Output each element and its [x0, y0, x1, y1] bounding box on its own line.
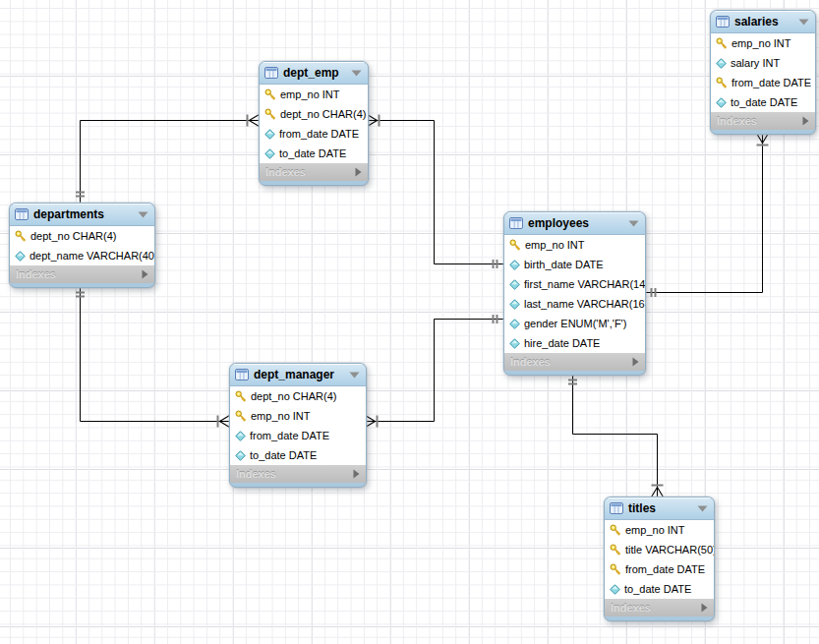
column-row[interactable]: salary INT	[711, 53, 815, 73]
table-icon	[509, 217, 523, 229]
column-row[interactable]: first_name VARCHAR(14)	[504, 274, 645, 294]
column-label: from_date DATE	[279, 128, 359, 140]
table-icon	[235, 369, 249, 381]
indexes-section[interactable]: Indexes	[504, 353, 645, 371]
column-diamond-icon	[509, 299, 520, 310]
column-row[interactable]: from_date DATE	[230, 426, 366, 445]
column-label: from_date DATE	[250, 430, 329, 441]
column-row[interactable]: from_date DATE	[711, 73, 815, 92]
column-row[interactable]: dept_no CHAR(4)	[230, 386, 366, 406]
column-diamond-icon	[235, 431, 246, 441]
collapse-arrow-icon[interactable]	[351, 70, 362, 77]
column-row[interactable]: title VARCHAR(50)	[605, 540, 714, 559]
column-diamond-icon	[15, 251, 26, 262]
relationship-employees-titles[interactable]	[568, 374, 664, 498]
column-row[interactable]: to_date DATE	[230, 445, 366, 465]
table-title: dept_emp	[283, 66, 339, 80]
expand-arrow-icon[interactable]	[701, 603, 708, 613]
column-row[interactable]: emp_no INT	[711, 33, 815, 53]
indexes-section[interactable]: Indexes	[605, 599, 714, 616]
table-title: titles	[628, 501, 656, 515]
table-departments[interactable]: departmentsdept_no CHAR(4)dept_name VARC…	[9, 203, 155, 288]
indexes-section[interactable]: Indexes	[10, 265, 154, 283]
table-header[interactable]: dept_manager	[230, 364, 366, 386]
indexes-label: Indexes	[510, 356, 551, 368]
primary-key-icon	[15, 230, 27, 242]
column-row[interactable]: to_date DATE	[260, 144, 368, 163]
table-titles[interactable]: titlesemp_no INTtitle VARCHAR(50)from_da…	[604, 497, 715, 621]
collapse-arrow-icon[interactable]	[697, 505, 708, 512]
column-row[interactable]: dept_no CHAR(4)	[260, 104, 368, 124]
column-diamond-icon	[610, 584, 620, 595]
primary-key-icon	[610, 544, 621, 556]
indexes-section[interactable]: Indexes	[230, 465, 366, 483]
collapse-arrow-icon[interactable]	[349, 372, 360, 379]
expand-arrow-icon[interactable]	[142, 269, 148, 279]
table-employees[interactable]: employeesemp_no INTbirth_date DATEfirst_…	[503, 211, 646, 376]
column-row[interactable]: dept_name VARCHAR(40)	[10, 246, 154, 265]
table-header[interactable]: salaries	[711, 11, 815, 33]
expand-arrow-icon[interactable]	[632, 357, 639, 367]
primary-key-icon	[716, 37, 728, 49]
table-header[interactable]: departments	[10, 204, 154, 226]
column-row[interactable]: from_date DATE	[260, 124, 368, 144]
table-title: employees	[528, 216, 589, 230]
column-row[interactable]: to_date DATE	[711, 92, 815, 112]
column-row[interactable]: birth_date DATE	[504, 255, 645, 274]
column-row[interactable]: emp_no INT	[504, 235, 645, 255]
indexes-label: Indexes	[16, 268, 56, 280]
collapse-arrow-icon[interactable]	[138, 211, 148, 218]
indexes-section[interactable]: Indexes	[711, 112, 815, 130]
diagram-canvas[interactable]: salariesemp_no INTsalary INTfrom_date DA…	[0, 0, 819, 644]
collapse-arrow-icon[interactable]	[798, 19, 809, 26]
indexes-section[interactable]: Indexes	[260, 163, 368, 181]
column-row[interactable]: dept_no CHAR(4)	[10, 226, 154, 246]
relationship-departments-dept_emp[interactable]	[76, 115, 260, 204]
column-label: salary INT	[731, 57, 780, 69]
column-diamond-icon	[509, 319, 520, 329]
table-columns: dept_no CHAR(4)emp_no INTfrom_date DATEt…	[230, 386, 366, 465]
column-diamond-icon	[264, 129, 275, 140]
column-label: gender ENUM('M','F')	[524, 318, 626, 329]
relationship-dept_manager-employees[interactable]	[366, 315, 504, 428]
primary-key-icon	[264, 108, 276, 120]
relationship-departments-dept_manager[interactable]	[76, 286, 230, 428]
column-label: hire_date DATE	[524, 337, 600, 349]
column-diamond-icon	[264, 148, 275, 159]
column-row[interactable]: hire_date DATE	[504, 333, 645, 353]
table-icon	[264, 67, 278, 79]
table-header[interactable]: dept_emp	[260, 62, 368, 85]
column-row[interactable]: emp_no INT	[230, 406, 366, 426]
table-salaries[interactable]: salariesemp_no INTsalary INTfrom_date DA…	[710, 10, 816, 135]
indexes-label: Indexes	[265, 166, 306, 178]
expand-arrow-icon[interactable]	[353, 469, 360, 479]
indexes-label: Indexes	[236, 468, 276, 480]
expand-arrow-icon[interactable]	[355, 167, 362, 177]
table-columns: emp_no INTdept_no CHAR(4)from_date DATEt…	[260, 85, 368, 163]
column-label: from_date DATE	[731, 77, 811, 88]
column-row[interactable]: last_name VARCHAR(16)	[504, 294, 645, 314]
column-diamond-icon	[235, 450, 246, 461]
table-header[interactable]: titles	[605, 498, 714, 520]
primary-key-icon	[610, 563, 621, 575]
primary-key-icon	[235, 390, 247, 402]
column-row[interactable]: emp_no INT	[605, 520, 714, 540]
column-label: emp_no INT	[251, 410, 311, 422]
column-row[interactable]: emp_no INT	[260, 85, 368, 104]
collapse-arrow-icon[interactable]	[628, 220, 639, 227]
column-diamond-icon	[509, 338, 520, 349]
column-row[interactable]: to_date DATE	[605, 579, 714, 599]
column-label: dept_no CHAR(4)	[280, 108, 366, 120]
column-label: title VARCHAR(50)	[625, 544, 715, 556]
primary-key-icon	[509, 239, 521, 251]
table-dept_manager[interactable]: dept_managerdept_no CHAR(4)emp_no INTfro…	[229, 363, 367, 488]
relationship-employees-salaries[interactable]	[645, 134, 769, 298]
relationship-dept_emp-employees[interactable]	[368, 115, 504, 269]
column-row[interactable]: from_date DATE	[605, 559, 714, 579]
primary-key-icon	[235, 410, 247, 422]
column-row[interactable]: gender ENUM('M','F')	[504, 314, 645, 333]
table-dept_emp[interactable]: dept_empemp_no INTdept_no CHAR(4)from_da…	[259, 61, 369, 186]
table-header[interactable]: employees	[504, 212, 645, 235]
table-icon	[610, 502, 623, 514]
expand-arrow-icon[interactable]	[802, 116, 809, 126]
